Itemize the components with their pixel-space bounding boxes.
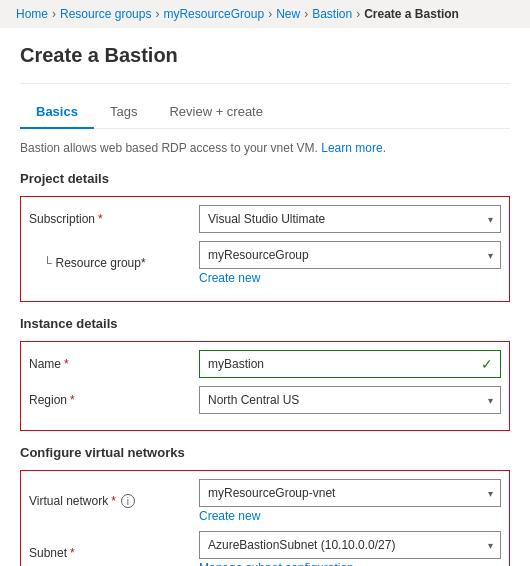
breadcrumb-resource-groups[interactable]: Resource groups [60,7,151,21]
name-control: ✓ [199,350,501,378]
breadcrumb-bastion[interactable]: Bastion [312,7,352,21]
subnet-select[interactable]: AzureBastionSubnet (10.10.0.0/27) [199,531,501,559]
name-valid-icon: ✓ [481,356,493,372]
learn-more-link[interactable]: Learn more. [321,141,386,155]
tab-review-create[interactable]: Review + create [153,96,279,129]
subscription-label: Subscription* [29,212,199,226]
subnet-row: Subnet* AzureBastionSubnet (10.10.0.0/27… [29,531,501,566]
vnet-create-new[interactable]: Create new [199,509,501,523]
breadcrumb-current: Create a Bastion [364,7,459,21]
description-text: Bastion allows web based RDP access to y… [20,141,510,155]
resource-group-control: myResourceGroup ▾ Create new [199,241,501,285]
vnet-control: myResourceGroup-vnet ▾ Create new [199,479,501,523]
name-row: Name* ✓ [29,350,501,378]
subscription-control: Visual Studio Ultimate ▾ [199,205,501,233]
resource-group-create-new[interactable]: Create new [199,271,501,285]
tab-bar: Basics Tags Review + create [20,96,510,129]
project-details-title: Project details [20,171,510,186]
region-select[interactable]: North Central US [199,386,501,414]
breadcrumb: Home › Resource groups › myResourceGroup… [0,0,530,28]
breadcrumb-my-resource-group[interactable]: myResourceGroup [163,7,264,21]
resource-group-row: Resource group* myResourceGroup ▾ Create… [29,241,501,285]
instance-details-section: Instance details Name* ✓ Region* [20,316,510,431]
instance-details-group: Name* ✓ Region* North Central US [20,341,510,431]
project-details-section: Project details Subscription* Visual Stu… [20,171,510,302]
vnet-info-icon[interactable]: i [121,494,135,508]
project-details-group: Subscription* Visual Studio Ultimate ▾ R… [20,196,510,302]
vnet-label: Virtual network* i [29,494,199,508]
breadcrumb-home[interactable]: Home [16,7,48,21]
name-label: Name* [29,357,199,371]
instance-details-title: Instance details [20,316,510,331]
subnet-control: AzureBastionSubnet (10.10.0.0/27) ▾ Mana… [199,531,501,566]
region-label: Region* [29,393,199,407]
virtual-networks-title: Configure virtual networks [20,445,510,460]
virtual-networks-group: Virtual network* i myResourceGroup-vnet … [20,470,510,566]
subscription-select[interactable]: Visual Studio Ultimate [199,205,501,233]
vnet-select[interactable]: myResourceGroup-vnet [199,479,501,507]
region-control: North Central US ▾ [199,386,501,414]
manage-subnet-link[interactable]: Manage subnet configuration [199,561,501,566]
vnet-row: Virtual network* i myResourceGroup-vnet … [29,479,501,523]
virtual-networks-section: Configure virtual networks Virtual netwo… [20,445,510,566]
subnet-label: Subnet* [29,546,199,560]
page-title: Create a Bastion [20,44,510,67]
region-row: Region* North Central US ▾ [29,386,501,414]
subscription-row: Subscription* Visual Studio Ultimate ▾ [29,205,501,233]
tab-tags[interactable]: Tags [94,96,153,129]
breadcrumb-new[interactable]: New [276,7,300,21]
name-input[interactable] [199,350,501,378]
resource-group-select[interactable]: myResourceGroup [199,241,501,269]
resource-group-label: Resource group* [29,256,199,270]
tab-basics[interactable]: Basics [20,96,94,129]
